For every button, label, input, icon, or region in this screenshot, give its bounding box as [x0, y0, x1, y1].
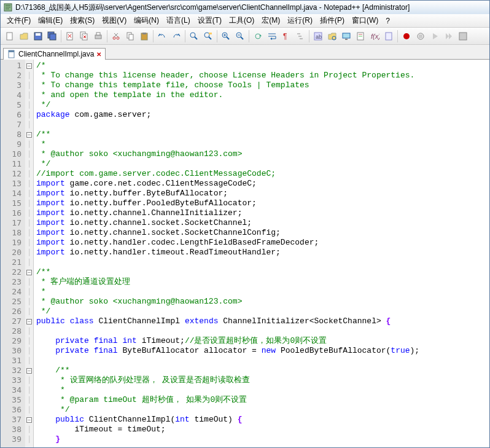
redo-button[interactable]: [169, 29, 183, 43]
svg-rect-50: [345, 39, 348, 40]
menu-settings[interactable]: 设置(T): [194, 14, 225, 27]
svg-marker-60: [446, 33, 449, 39]
menu-run[interactable]: 运行(R): [284, 14, 316, 27]
svg-rect-2: [6, 7, 10, 7]
wrap-button[interactable]: [265, 29, 279, 43]
tab-bar: ClientChannelImpl.java ✕: [1, 45, 489, 60]
sync-button[interactable]: [251, 29, 265, 43]
svg-rect-30: [209, 33, 212, 34]
svg-marker-61: [449, 33, 452, 39]
new-button[interactable]: [3, 29, 17, 43]
playmulti-button[interactable]: [442, 29, 456, 43]
toolbar-separator: [249, 30, 249, 42]
tab-close-icon[interactable]: ✕: [96, 51, 101, 58]
svg-rect-4: [7, 33, 12, 40]
menu-tools[interactable]: 工具(O): [225, 14, 258, 27]
folder-button[interactable]: [325, 29, 339, 43]
toolbar: ¶ ab f(x): [1, 28, 489, 45]
title-bar: D:\71368_战国美人H5源码\server\AgentServer\src…: [1, 1, 489, 14]
svg-text:ab: ab: [316, 34, 322, 40]
menu-macro[interactable]: 宏(M): [258, 14, 284, 27]
toolbar-separator: [397, 30, 398, 42]
toolbar-separator: [309, 30, 309, 42]
menu-plugins[interactable]: 插件(P): [316, 14, 348, 27]
menu-bar: 文件(F) 编辑(E) 搜索(S) 视图(V) 编码(N) 语言(L) 设置(T…: [1, 14, 489, 28]
svg-line-29: [209, 37, 211, 39]
showall-button[interactable]: ¶: [279, 29, 293, 43]
file-icon: [7, 50, 16, 58]
open-button[interactable]: [17, 29, 31, 43]
svg-marker-59: [433, 33, 438, 39]
zoomin-button[interactable]: [219, 29, 233, 43]
menu-search[interactable]: 搜索(S): [66, 14, 98, 27]
svg-rect-8: [50, 34, 56, 40]
menu-language[interactable]: 语言(L): [163, 14, 194, 27]
svg-rect-6: [36, 33, 41, 36]
save-button[interactable]: [31, 29, 45, 43]
app-icon: [3, 2, 13, 12]
toolbar-separator: [153, 30, 154, 42]
editor-area: 1234567891011121314151617181920212223242…: [1, 60, 489, 447]
svg-rect-62: [459, 33, 467, 40]
menu-view[interactable]: 视图(V): [98, 14, 130, 27]
file-tab[interactable]: ClientChannelImpl.java ✕: [3, 48, 106, 60]
svg-line-34: [227, 37, 229, 39]
line-number-gutter: 1234567891011121314151617181920212223242…: [1, 60, 25, 447]
fold-gutter: −││││││−│││││││││││││−││││−││││−││││−││: [25, 60, 34, 447]
saverec-button[interactable]: [456, 29, 470, 43]
toolbar-separator: [61, 30, 61, 42]
svg-line-37: [241, 37, 243, 39]
code-area[interactable]: /* * To change this license header, choo…: [34, 60, 489, 447]
app-window: D:\71368_战国美人H5源码\server\AgentServer\src…: [0, 0, 490, 448]
toolbar-separator: [107, 30, 107, 42]
tab-label: ClientChannelImpl.java: [18, 50, 94, 58]
svg-line-27: [195, 37, 197, 39]
menu-window[interactable]: 窗口(W): [348, 14, 382, 27]
indentguide-button[interactable]: [294, 29, 307, 43]
copy-button[interactable]: [123, 29, 137, 43]
find-button[interactable]: [187, 29, 201, 43]
svg-marker-38: [259, 34, 262, 36]
svg-rect-17: [96, 33, 100, 35]
langpicker-button[interactable]: ab: [311, 29, 325, 43]
window-title: D:\71368_战国美人H5源码\server\AgentServer\src…: [15, 2, 410, 13]
zoomout-button[interactable]: [233, 29, 247, 43]
menu-help[interactable]: ?: [382, 15, 394, 26]
svg-rect-16: [95, 35, 101, 39]
svg-rect-23: [129, 34, 133, 40]
svg-point-28: [204, 33, 209, 37]
toolbar-separator: [217, 30, 217, 42]
svg-text:f(x): f(x): [371, 33, 379, 40]
docmap-button[interactable]: [354, 29, 367, 43]
svg-marker-41: [270, 37, 272, 40]
record-button[interactable]: [400, 29, 413, 43]
svg-rect-55: [386, 33, 392, 40]
saveall-button[interactable]: [45, 29, 59, 43]
svg-text:¶: ¶: [283, 32, 287, 41]
svg-point-18: [113, 37, 115, 39]
funclist-button[interactable]: f(x): [368, 29, 381, 43]
undo-button[interactable]: [155, 29, 169, 43]
close-button[interactable]: [63, 29, 77, 43]
print-button[interactable]: [91, 29, 105, 43]
monitor-button[interactable]: [340, 29, 353, 43]
paste-button[interactable]: [138, 29, 151, 43]
menu-file[interactable]: 文件(F): [3, 14, 34, 27]
play-button[interactable]: [428, 29, 441, 43]
svg-rect-58: [419, 34, 422, 38]
svg-rect-49: [343, 33, 350, 38]
cut-button[interactable]: [109, 29, 123, 43]
svg-rect-1: [6, 5, 10, 6]
svg-rect-3: [6, 9, 9, 9]
toolbar-separator: [185, 30, 185, 42]
replace-button[interactable]: [201, 29, 215, 43]
svg-point-26: [190, 33, 195, 37]
svg-point-56: [403, 33, 410, 39]
menu-encoding[interactable]: 编码(N): [130, 14, 163, 27]
menu-edit[interactable]: 编辑(E): [34, 14, 66, 27]
stop-button[interactable]: [414, 29, 427, 43]
svg-point-19: [117, 37, 119, 39]
docmap2-button[interactable]: [382, 29, 395, 43]
closeall-button[interactable]: [77, 29, 91, 43]
svg-rect-25: [142, 33, 146, 34]
